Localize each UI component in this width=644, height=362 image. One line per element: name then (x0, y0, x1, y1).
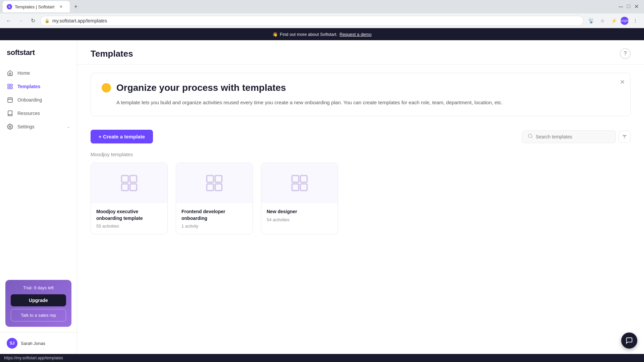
card-title: Moodjoy executive onboarding template (96, 208, 162, 222)
sidebar: softstart Home Templates (0, 40, 77, 354)
sidebar-item-templates[interactable]: Templates (0, 80, 77, 93)
svg-rect-23 (301, 176, 307, 182)
svg-rect-14 (122, 176, 128, 182)
info-banner-description: A template lets you build and organize a… (102, 99, 620, 107)
templates-icon (7, 83, 13, 90)
template-card-0[interactable]: Moodjoy executive onboarding template 55… (91, 163, 168, 234)
svg-rect-3 (11, 87, 12, 89)
talk-to-sales-button[interactable]: Talk to a sales rep (11, 309, 66, 321)
svg-rect-17 (130, 184, 137, 191)
banner-link[interactable]: Request a demo (339, 32, 371, 37)
card-info: Frontend developer onboarding 1 activity (176, 203, 253, 234)
window-close-button[interactable]: ✕ (634, 3, 639, 10)
card-icon-area (261, 163, 338, 203)
main-content: Templates ? ✕ Organize your process with… (77, 40, 644, 354)
svg-rect-2 (8, 87, 9, 89)
svg-rect-16 (122, 184, 128, 191)
svg-point-8 (9, 126, 11, 128)
info-banner: ✕ Organize your process with templates A… (91, 73, 631, 116)
profile-icon[interactable]: Incognito (621, 17, 629, 25)
svg-rect-15 (130, 176, 137, 182)
sidebar-item-settings[interactable]: Settings ⌄ (0, 120, 77, 133)
search-input-wrapper[interactable] (522, 130, 616, 143)
app-layout: softstart Home Templates (0, 40, 644, 354)
extensions-icon[interactable]: ⚡ (609, 16, 619, 25)
filter-button[interactable] (619, 131, 631, 143)
browser-tab[interactable]: S Templates | Softstart ✕ (3, 1, 70, 12)
sidebar-nav: Home Templates Onboarding (0, 64, 77, 275)
search-input[interactable] (536, 134, 610, 139)
trial-text: Trial: 9 days left (11, 285, 66, 290)
user-name: Sarah Jonas (21, 341, 45, 346)
svg-rect-21 (215, 184, 222, 191)
template-icon (289, 173, 310, 193)
address-bar[interactable]: 🔒 my.softstart.app/templates (40, 16, 584, 26)
window-minimize-button[interactable]: ─ (619, 3, 623, 10)
resources-icon (7, 110, 13, 117)
tab-close-button[interactable]: ✕ (58, 4, 64, 9)
sidebar-user: SJ Sarah Jonas (0, 332, 77, 354)
content-toolbar: + Create a template (77, 124, 644, 149)
trial-box: Trial: 9 days left Upgrade Talk to a sal… (5, 280, 71, 327)
announcement-banner: 👋 Find out more about Softstart. Request… (0, 28, 644, 40)
card-meta: 55 activities (96, 224, 162, 229)
yellow-dot-icon (102, 83, 111, 93)
banner-emoji: 👋 (272, 32, 278, 37)
svg-rect-24 (292, 184, 299, 191)
svg-rect-4 (8, 98, 12, 103)
card-meta: 1 activity (181, 224, 247, 229)
svg-rect-22 (292, 176, 299, 182)
logo-text: softstart (7, 48, 35, 57)
sidebar-item-label: Templates (17, 84, 40, 89)
svg-rect-0 (8, 84, 9, 86)
card-title: Frontend developer onboarding (181, 208, 247, 222)
card-info: New designer 54 activities (261, 203, 338, 228)
card-meta: 54 activities (267, 217, 332, 222)
create-template-button[interactable]: + Create a template (91, 130, 153, 143)
status-url: https://my.softstart.app/templates (4, 356, 63, 360)
forward-button[interactable]: → (16, 16, 25, 25)
help-icon[interactable]: ? (620, 48, 631, 59)
browser-toolbar: ← → ↻ 🔒 my.softstart.app/templates 📡 ☆ ⚡… (0, 13, 644, 28)
home-icon (7, 70, 13, 76)
chevron-down-icon: ⌄ (67, 124, 70, 129)
browser-titlebar: S Templates | Softstart ✕ + ─ □ ✕ (0, 0, 644, 13)
template-card-1[interactable]: Frontend developer onboarding 1 activity (176, 163, 253, 234)
back-button[interactable]: ← (4, 16, 13, 25)
banner-text: Find out more about Softstart. (280, 32, 337, 37)
bookmark-icon[interactable]: ☆ (598, 16, 607, 25)
templates-grid: Moodjoy executive onboarding template 55… (77, 163, 644, 248)
menu-icon[interactable]: ⋮ (631, 16, 640, 25)
tab-title: Templates | Softstart (15, 4, 54, 9)
section-label: Moodjoy templates (77, 149, 644, 163)
search-bar (522, 130, 631, 143)
upgrade-button[interactable]: Upgrade (11, 294, 66, 306)
chat-button[interactable] (621, 333, 637, 349)
sidebar-item-onboarding[interactable]: Onboarding (0, 93, 77, 107)
tab-favicon: S (7, 4, 12, 9)
card-icon-area (91, 163, 167, 203)
window-maximize-button[interactable]: □ (627, 3, 630, 10)
card-icon-area (176, 163, 253, 203)
new-tab-button[interactable]: + (71, 2, 80, 11)
template-icon (204, 173, 224, 193)
svg-rect-19 (215, 176, 222, 182)
search-icon (528, 133, 533, 140)
sidebar-item-label: Home (17, 70, 30, 76)
sidebar-item-home[interactable]: Home (0, 66, 77, 80)
info-banner-close-button[interactable]: ✕ (620, 78, 625, 86)
sidebar-item-label: Resources (17, 111, 40, 116)
template-card-2[interactable]: New designer 54 activities (261, 163, 338, 234)
status-bar: https://my.softstart.app/templates (0, 354, 644, 362)
cast-icon[interactable]: 📡 (586, 16, 596, 25)
main-header: Templates ? (77, 40, 644, 65)
card-title: New designer (267, 208, 332, 215)
lock-icon: 🔒 (45, 18, 50, 23)
svg-rect-20 (207, 184, 214, 191)
sidebar-item-label: Settings (17, 124, 35, 129)
sidebar-item-resources[interactable]: Resources (0, 107, 77, 120)
onboarding-icon (7, 97, 13, 103)
info-banner-title: Organize your process with templates (116, 82, 286, 93)
svg-rect-18 (207, 176, 214, 182)
reload-button[interactable]: ↻ (28, 16, 38, 25)
